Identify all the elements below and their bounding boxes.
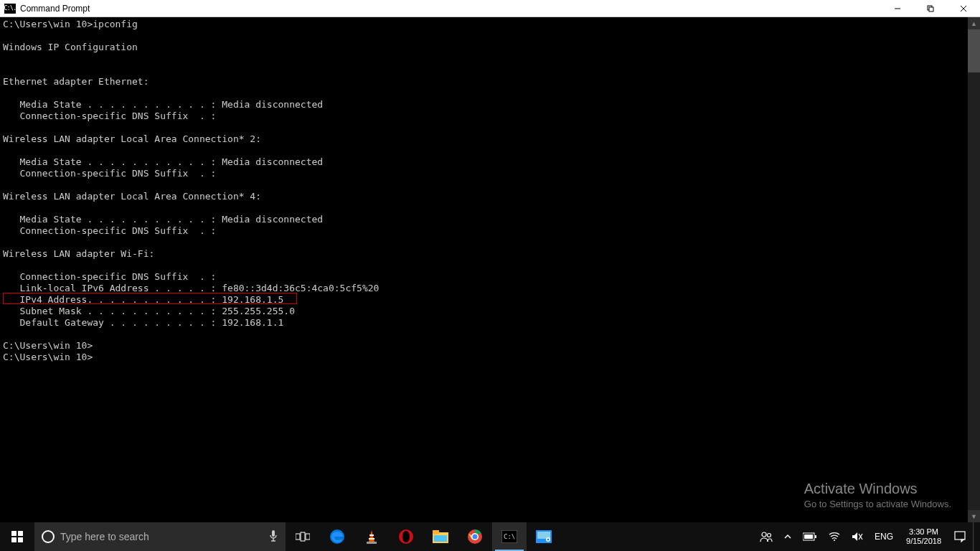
mic-icon[interactable] (268, 529, 278, 545)
ipv4-highlight-box (3, 293, 297, 304)
watermark-subtitle: Go to Settings to activate Windows. (804, 499, 951, 509)
chrome-icon[interactable] (458, 522, 492, 551)
svg-point-39 (834, 540, 835, 541)
svg-rect-43 (955, 532, 965, 540)
window-title: Command Prompt (20, 4, 90, 14)
vertical-scrollbar[interactable]: ▲ ▼ (968, 17, 980, 522)
svg-rect-6 (18, 531, 23, 536)
svg-rect-7 (11, 537, 17, 542)
taskbar[interactable]: Type here to search C:\ ENG 3:30 PM 9/15… (0, 522, 980, 551)
clock-date: 9/15/2018 (906, 537, 941, 546)
scroll-track[interactable] (968, 72, 980, 510)
svg-point-33 (547, 539, 550, 541)
svg-rect-2 (929, 7, 933, 11)
activate-windows-watermark: Activate Windows Go to Settings to activ… (804, 481, 951, 509)
svg-marker-44 (961, 540, 963, 542)
volume-icon[interactable] (847, 522, 867, 551)
scroll-up-button[interactable]: ▲ (968, 17, 980, 29)
opera-icon[interactable] (389, 522, 423, 551)
svg-rect-5 (11, 531, 17, 536)
svg-rect-17 (369, 534, 374, 536)
svg-rect-37 (804, 534, 813, 539)
svg-rect-19 (367, 542, 377, 544)
file-explorer-icon[interactable] (423, 522, 458, 551)
battery-icon[interactable] (798, 522, 821, 551)
start-button[interactable] (0, 522, 34, 551)
minimize-button[interactable] (881, 0, 914, 17)
svg-rect-9 (272, 530, 275, 537)
svg-rect-14 (306, 534, 310, 540)
maximize-button[interactable] (914, 0, 947, 17)
people-icon[interactable] (755, 522, 777, 551)
scroll-down-button[interactable]: ▼ (968, 510, 980, 522)
search-placeholder: Type here to search (60, 531, 263, 542)
titlebar[interactable]: C:\. Command Prompt (0, 0, 980, 17)
vlc-icon[interactable] (354, 522, 389, 551)
cmd-icon: C:\. (4, 4, 16, 14)
svg-rect-8 (18, 537, 23, 542)
close-button[interactable] (947, 0, 980, 17)
svg-marker-40 (852, 532, 857, 541)
task-view-button[interactable] (286, 522, 320, 551)
control-panel-icon[interactable] (527, 522, 561, 551)
language-indicator[interactable]: ENG (870, 522, 897, 551)
clock[interactable]: 3:30 PM 9/15/2018 (900, 527, 947, 546)
watermark-title: Activate Windows (804, 481, 951, 497)
search-box[interactable]: Type here to search (34, 522, 286, 551)
command-prompt-window: C:\. Command Prompt C:\Users\win 10>ipco… (0, 0, 980, 522)
svg-rect-18 (369, 538, 374, 540)
svg-rect-24 (434, 535, 447, 542)
svg-rect-13 (301, 532, 305, 541)
svg-rect-12 (296, 534, 300, 540)
edge-browser-icon[interactable] (320, 522, 354, 551)
svg-rect-23 (433, 530, 439, 534)
terminal-output[interactable]: C:\Users\win 10>ipconfig Windows IP Conf… (0, 17, 968, 522)
svg-point-35 (768, 534, 771, 537)
show-desktop-button[interactable] (973, 522, 977, 551)
tray-overflow-icon[interactable] (780, 522, 796, 551)
scroll-thumb[interactable] (968, 29, 980, 72)
svg-text:C:\: C:\ (504, 533, 515, 540)
wifi-icon[interactable] (824, 522, 844, 551)
action-center-icon[interactable] (950, 522, 970, 551)
svg-point-27 (473, 534, 478, 540)
cmd-taskbar-icon[interactable]: C:\ (492, 522, 527, 551)
svg-rect-38 (815, 535, 816, 538)
cortana-icon (42, 530, 55, 543)
clock-time: 3:30 PM (906, 527, 941, 537)
svg-point-34 (762, 532, 766, 537)
svg-point-21 (402, 531, 410, 542)
